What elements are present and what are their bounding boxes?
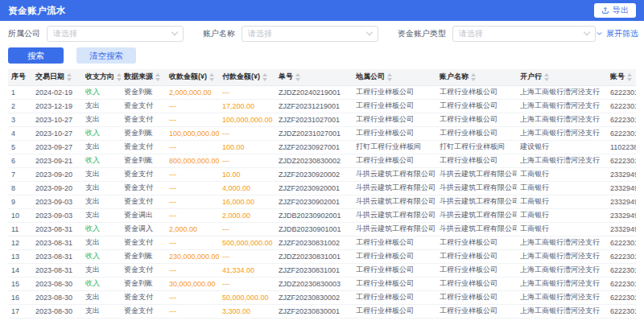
cell-direction: 支出 bbox=[82, 263, 121, 277]
cell-order_no: ZJZF20231219001 bbox=[275, 99, 353, 113]
clear-search-button[interactable]: 清空搜索 bbox=[76, 47, 136, 64]
cell-date: 2023-08-30 bbox=[32, 290, 82, 304]
account-name-select[interactable]: 请选择 bbox=[242, 26, 378, 42]
sort-icon[interactable] bbox=[387, 73, 392, 81]
cell-direction: 支出 bbox=[82, 99, 121, 113]
cell-bank: 工商银行 bbox=[517, 222, 607, 236]
cell-company: 工程行业样板公司 bbox=[353, 249, 436, 263]
column-label: 地属公司 bbox=[356, 72, 385, 80]
sort-icon[interactable] bbox=[627, 73, 632, 81]
cell-company: 工程行业样板公司 bbox=[353, 304, 436, 318]
account-filter-label: 账户名称 bbox=[203, 28, 235, 39]
cell-order_no: ZJDB20230901001 bbox=[275, 222, 353, 236]
cell-no: 7 bbox=[8, 167, 32, 181]
cell-date: 2023-08-31 bbox=[32, 249, 82, 263]
cell-income: 100,000,000.00 bbox=[166, 126, 219, 140]
cell-order_no: ZJZF20230920002 bbox=[275, 167, 353, 181]
column-header-account_name: 账户名称 bbox=[436, 69, 517, 85]
cell-no: 9 bbox=[8, 195, 32, 208]
cell-date: 2023-12-19 bbox=[32, 99, 82, 113]
cell-direction: 支出 bbox=[82, 181, 121, 195]
column-label: 收款金额(¥) bbox=[169, 72, 207, 80]
company-select-placeholder: 请选择 bbox=[53, 28, 77, 39]
cell-company: 工程行业样板公司 bbox=[353, 126, 436, 140]
cell-income: --- bbox=[166, 167, 219, 181]
table-head-row: 序号交易日期收支方向数据来源收款金额(¥)付款金额(¥)单号地属公司账户名称开户… bbox=[8, 69, 636, 85]
cell-date: 2023-10-27 bbox=[32, 113, 82, 126]
cell-payment: 16,000.00 bbox=[219, 195, 275, 208]
page-title: 资金账户流水 bbox=[8, 5, 66, 17]
transactions-table: 序号交易日期收支方向数据来源收款金额(¥)付款金额(¥)单号地属公司账户名称开户… bbox=[8, 69, 636, 319]
table-row: 142023-08-31支出资金支付---41,334.00ZJZF202308… bbox=[8, 263, 636, 277]
content-panel: 所属公司 请选择 账户名称 请选择 资金账户类型 请选择 展开筛选 bbox=[0, 21, 644, 319]
sort-icon[interactable] bbox=[117, 73, 121, 81]
search-button[interactable]: 搜索 bbox=[8, 47, 64, 64]
cell-account_name: 工程行业样板公司 bbox=[436, 249, 517, 263]
cell-account_no: 622230111 bbox=[607, 126, 636, 140]
export-button[interactable]: 导出 bbox=[594, 3, 636, 18]
table-row: 152023-08-30收入资金到账30,000,000.00---ZJDZ20… bbox=[8, 277, 636, 290]
cell-account_name: 工程行业样板公司 bbox=[436, 290, 517, 304]
filter-row: 所属公司 请选择 账户名称 请选择 资金账户类型 请选择 展开筛选 bbox=[8, 25, 636, 42]
sort-icon[interactable] bbox=[155, 73, 160, 81]
cell-income: --- bbox=[166, 236, 219, 249]
cell-account_no: 233294999 bbox=[607, 181, 636, 195]
column-header-direction: 收支方向 bbox=[82, 69, 121, 85]
cell-bank: 上海工商银行漕河泾支行 bbox=[517, 263, 607, 277]
cell-account_name: 斗拱云建筑工程有限公司 bbox=[436, 222, 517, 236]
cell-payment: 100,000,000.00 bbox=[219, 113, 275, 126]
cell-no: 5 bbox=[8, 140, 32, 154]
cell-account_no: 233294999 bbox=[607, 167, 636, 181]
cell-no: 13 bbox=[8, 249, 32, 263]
cell-direction: 收入 bbox=[82, 126, 121, 140]
cell-bank: 建设银行 bbox=[517, 140, 607, 154]
cell-no: 4 bbox=[8, 126, 32, 140]
cell-date: 2023-09-03 bbox=[32, 195, 82, 208]
cell-order_no: ZJDZ20230831001 bbox=[275, 249, 353, 263]
cell-direction: 支出 bbox=[82, 195, 121, 208]
cell-account_no: 622230111 bbox=[607, 249, 636, 263]
table-row: 112023-08-31收入资金调入2,000.00---ZJDB2023090… bbox=[8, 222, 636, 236]
cell-account_name: 工程行业样板公司 bbox=[436, 277, 517, 290]
cell-date: 2023-09-03 bbox=[32, 208, 82, 222]
cell-no: 17 bbox=[8, 304, 32, 318]
cell-account_no: 622230111 bbox=[607, 290, 636, 304]
cell-source: 资金支付 bbox=[121, 140, 166, 154]
cell-payment: 2,000.00 bbox=[219, 208, 275, 222]
account-type-select[interactable]: 请选择 bbox=[452, 26, 596, 42]
cell-company: 工程行业样板公司 bbox=[353, 277, 436, 290]
sort-icon[interactable] bbox=[295, 73, 300, 81]
cell-company: 工程行业样板公司 bbox=[353, 290, 436, 304]
company-select[interactable]: 请选择 bbox=[47, 26, 184, 42]
cell-company: 斗拱云建筑工程有限公司 bbox=[353, 167, 436, 181]
cell-bank: 上海工商银行漕河泾支行 bbox=[517, 249, 607, 263]
expand-filters-link[interactable]: 展开筛选 bbox=[596, 28, 638, 39]
sort-icon[interactable] bbox=[67, 73, 72, 81]
cell-source: 资金支付 bbox=[121, 304, 166, 318]
cell-date: 2023-08-30 bbox=[32, 304, 82, 318]
cell-order_no: ZJZF20230830002 bbox=[275, 290, 353, 304]
chevron-down-icon bbox=[171, 29, 178, 35]
cell-payment: --- bbox=[219, 222, 275, 236]
sort-icon[interactable] bbox=[544, 73, 549, 81]
cell-company: 工程行业样板公司 bbox=[353, 113, 436, 126]
cell-direction: 收入 bbox=[82, 277, 121, 290]
column-label: 交易日期 bbox=[35, 72, 64, 80]
cell-no: 11 bbox=[8, 222, 32, 236]
cell-date: 2023-08-30 bbox=[32, 277, 82, 290]
sort-icon[interactable] bbox=[262, 73, 267, 81]
cell-bank: 上海工商银行漕河泾支行 bbox=[517, 126, 607, 140]
cell-account_name: 斗拱云建筑工程有限公司 bbox=[436, 195, 517, 208]
sort-icon[interactable] bbox=[209, 73, 214, 81]
column-label: 开户行 bbox=[520, 72, 542, 80]
table-row: 172023-08-30支出资金支付---3,300.00ZJZF2023083… bbox=[8, 304, 636, 318]
cell-payment: --- bbox=[219, 277, 275, 290]
cell-no: 12 bbox=[8, 236, 32, 249]
cell-account_name: 工程行业样板公司 bbox=[436, 236, 517, 249]
cell-company: 斗拱云建筑工程有限公司 bbox=[353, 181, 436, 195]
cell-company: 斗拱云建筑工程有限公司 bbox=[353, 222, 436, 236]
sort-icon[interactable] bbox=[471, 73, 476, 81]
cell-order_no: ZJZF20231027001 bbox=[275, 113, 353, 126]
cell-source: 资金支付 bbox=[121, 99, 166, 113]
cell-order_no: ZJDZ20240219001 bbox=[275, 85, 353, 99]
